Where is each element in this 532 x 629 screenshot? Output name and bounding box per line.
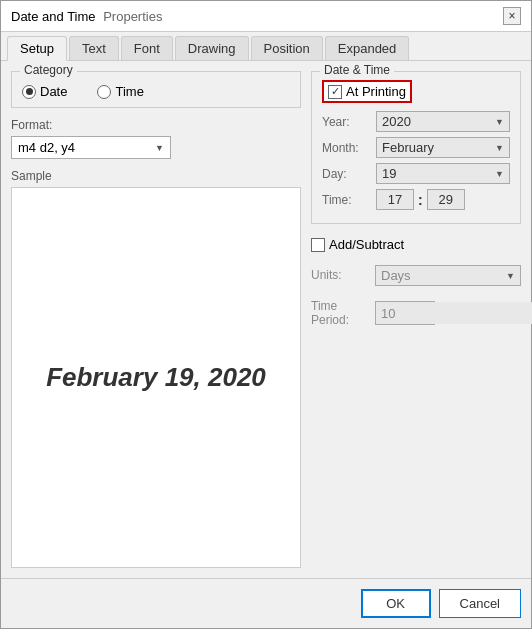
add-subtract-checkbox[interactable]: [311, 238, 325, 252]
month-label: Month:: [322, 141, 372, 155]
main-content: Category Date Time Format: m4 d2, y4: [1, 61, 531, 578]
at-printing-check-box: ✓: [328, 85, 342, 99]
time-period-row: Time Period: ▲ ▼: [311, 299, 521, 328]
tab-bar: Setup Text Font Drawing Position Expande…: [1, 32, 531, 61]
day-label: Day:: [322, 167, 372, 181]
add-subtract-label: Add/Subtract: [329, 237, 404, 252]
tab-text[interactable]: Text: [69, 36, 119, 60]
title-bar-title: Date and Time Properties: [11, 9, 162, 24]
date-radio-circle: [22, 85, 36, 99]
main-window: Date and Time Properties × Setup Text Fo…: [0, 0, 532, 629]
year-dropdown-arrow: ▼: [495, 117, 504, 127]
day-dropdown-arrow: ▼: [495, 169, 504, 179]
units-row: Units: Days ▼: [311, 265, 521, 286]
tab-drawing[interactable]: Drawing: [175, 36, 249, 60]
close-button[interactable]: ×: [503, 7, 521, 25]
time-period-spinner[interactable]: ▲ ▼: [375, 301, 435, 325]
category-group: Category Date Time: [11, 71, 301, 108]
time-period-label: Time Period:: [311, 299, 371, 328]
window-subtitle: Properties: [103, 9, 162, 24]
title-bar: Date and Time Properties ×: [1, 1, 531, 32]
format-section: Format: m4 d2, y4 ▼: [11, 118, 301, 159]
at-printing-label: At Printing: [346, 84, 406, 99]
time-row: Time: 17 : 29: [322, 189, 510, 210]
day-value: 19: [382, 166, 396, 181]
window-title: Date and Time: [11, 9, 96, 24]
cancel-button[interactable]: Cancel: [439, 589, 521, 618]
day-row: Day: 19 ▼: [322, 163, 510, 184]
category-options: Date Time: [22, 80, 290, 99]
time-separator: :: [418, 192, 423, 208]
units-select[interactable]: Days ▼: [375, 265, 521, 286]
time-inputs: 17 : 29: [376, 189, 465, 210]
right-panel: Date & Time ✓ At Printing Year: 2020 ▼: [311, 71, 521, 568]
time-label: Time:: [322, 193, 372, 207]
year-label: Year:: [322, 115, 372, 129]
tab-setup[interactable]: Setup: [7, 36, 67, 61]
sample-section: Sample February 19, 2020: [11, 169, 301, 568]
tab-position[interactable]: Position: [251, 36, 323, 60]
tab-expanded[interactable]: Expanded: [325, 36, 410, 60]
sample-text: February 19, 2020: [46, 362, 266, 393]
date-time-group: Date & Time ✓ At Printing Year: 2020 ▼: [311, 71, 521, 224]
add-subtract-row: Add/Subtract: [311, 237, 521, 252]
ok-button[interactable]: OK: [361, 589, 431, 618]
date-time-group-label: Date & Time: [320, 63, 394, 77]
units-label: Units:: [311, 268, 371, 282]
left-panel: Category Date Time Format: m4 d2, y4: [11, 71, 301, 568]
year-row: Year: 2020 ▼: [322, 111, 510, 132]
month-row: Month: February ▼: [322, 137, 510, 158]
year-select[interactable]: 2020 ▼: [376, 111, 510, 132]
tab-font[interactable]: Font: [121, 36, 173, 60]
footer: OK Cancel: [1, 578, 531, 628]
time-hour-input[interactable]: 17: [376, 189, 414, 210]
time-radio[interactable]: Time: [97, 84, 143, 99]
format-value: m4 d2, y4: [18, 140, 75, 155]
date-radio-label: Date: [40, 84, 67, 99]
time-radio-circle: [97, 85, 111, 99]
units-value: Days: [381, 268, 411, 283]
month-value: February: [382, 140, 434, 155]
month-dropdown-arrow: ▼: [495, 143, 504, 153]
time-period-input[interactable]: [376, 302, 532, 324]
at-printing-checkbox[interactable]: ✓ At Printing: [322, 80, 412, 103]
date-radio[interactable]: Date: [22, 84, 67, 99]
time-radio-label: Time: [115, 84, 143, 99]
month-select[interactable]: February ▼: [376, 137, 510, 158]
format-dropdown-arrow: ▼: [155, 143, 164, 153]
format-select[interactable]: m4 d2, y4 ▼: [11, 136, 171, 159]
units-dropdown-arrow: ▼: [506, 271, 515, 281]
day-select[interactable]: 19 ▼: [376, 163, 510, 184]
year-value: 2020: [382, 114, 411, 129]
time-minute-input[interactable]: 29: [427, 189, 465, 210]
sample-box: February 19, 2020: [11, 187, 301, 568]
category-label: Category: [20, 63, 77, 77]
sample-label: Sample: [11, 169, 301, 183]
format-label: Format:: [11, 118, 301, 132]
